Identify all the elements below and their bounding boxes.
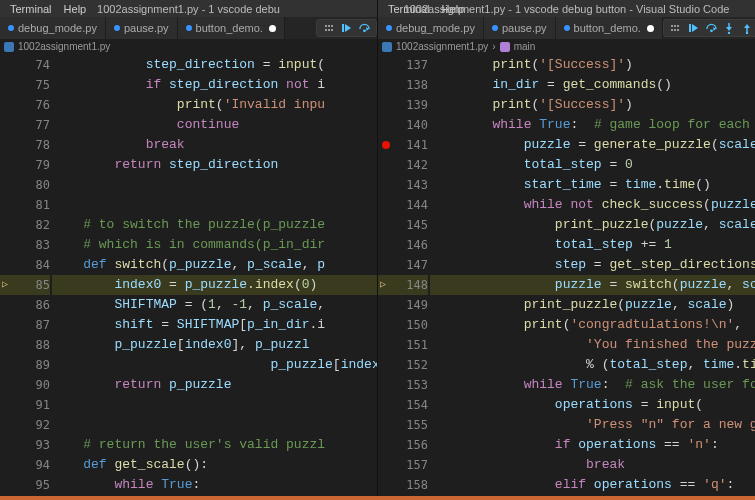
svg-point-14 — [674, 29, 676, 31]
svg-point-3 — [325, 29, 327, 31]
svg-point-13 — [671, 29, 673, 31]
tab-label: debug_mode.py — [18, 22, 97, 34]
chevron-right-icon: › — [492, 41, 495, 52]
gutter: 7475767778798081828384858687888990919293… — [16, 55, 52, 500]
editor-right[interactable]: ▷ 13713813914014114214314414514614714814… — [378, 55, 755, 500]
left-pane: Terminal Help 1002assignment1.py - 1 vsc… — [0, 0, 377, 500]
file-icon — [4, 42, 14, 52]
code-area[interactable]: step_direction = input( if step_directio… — [52, 55, 377, 500]
svg-rect-28 — [500, 42, 510, 52]
step-out-icon[interactable] — [742, 23, 753, 34]
svg-point-19 — [710, 29, 713, 32]
status-bar[interactable] — [0, 496, 755, 500]
svg-marker-7 — [345, 24, 351, 32]
right-pane: Terminal Help 1002assignment1.py - 1 vsc… — [377, 0, 755, 500]
debug-toolbar — [663, 19, 755, 37]
svg-rect-6 — [342, 24, 344, 32]
svg-point-2 — [331, 25, 333, 27]
tab-label: button_demo. — [574, 22, 641, 34]
modified-dot-icon — [492, 25, 498, 31]
svg-marker-24 — [744, 24, 750, 28]
tab-debug-mode[interactable]: debug_mode.py — [378, 17, 484, 39]
unsaved-icon — [647, 25, 654, 32]
tab-label: debug_mode.py — [396, 22, 475, 34]
tabstrip-left: debug_mode.py pause.py button_demo. — [0, 17, 377, 39]
modified-dot-icon — [8, 25, 14, 31]
titlebar-left: 1002assignment1.py - 1 vscode debu — [97, 3, 280, 15]
svg-point-15 — [677, 29, 679, 31]
breadcrumbs-right[interactable]: 1002assignment1.py › main — [378, 39, 755, 55]
modified-dot-icon — [564, 25, 570, 31]
editor-left[interactable]: ▷ 74757677787980818283848586878889909192… — [0, 55, 377, 500]
debug-toolbar — [316, 19, 377, 37]
tab-button-demo[interactable]: button_demo. — [178, 17, 285, 39]
tab-label: button_demo. — [196, 22, 263, 34]
svg-point-10 — [671, 25, 673, 27]
menu-help[interactable]: Help — [58, 3, 93, 15]
step-over-icon[interactable] — [359, 23, 370, 34]
continue-icon[interactable] — [341, 23, 352, 34]
svg-point-12 — [677, 25, 679, 27]
svg-point-0 — [325, 25, 327, 27]
menu-help[interactable]: Help — [436, 3, 471, 15]
svg-point-22 — [728, 31, 730, 33]
breadcrumb-symbol: main — [514, 41, 536, 52]
tab-pause[interactable]: pause.py — [484, 17, 556, 39]
symbol-function-icon — [500, 42, 510, 52]
tab-label: pause.py — [124, 22, 169, 34]
menubar-left: Terminal Help 1002assignment1.py - 1 vsc… — [0, 0, 377, 17]
breadcrumb-file: 1002assignment1.py — [18, 41, 110, 52]
gutter: 1371381391401411421431441451461471481491… — [394, 55, 430, 500]
tab-label: pause.py — [502, 22, 547, 34]
code-area[interactable]: print('[Success]') in_dir = get_commands… — [430, 55, 755, 500]
svg-point-9 — [363, 29, 366, 32]
breadcrumb-file: 1002assignment1.py — [396, 41, 488, 52]
menu-terminal[interactable]: Terminal — [4, 3, 58, 15]
step-over-icon[interactable] — [706, 23, 717, 34]
svg-rect-16 — [689, 24, 691, 32]
menubar-right: Terminal Help 1002assignment1.py - 1 vsc… — [378, 0, 755, 17]
file-icon — [382, 42, 392, 52]
split-view: Terminal Help 1002assignment1.py - 1 vsc… — [0, 0, 755, 500]
grip-icon[interactable] — [323, 23, 334, 34]
tab-pause[interactable]: pause.py — [106, 17, 178, 39]
svg-point-11 — [674, 25, 676, 27]
continue-icon[interactable] — [688, 23, 699, 34]
svg-marker-17 — [692, 24, 698, 32]
tabstrip-right: debug_mode.py pause.py button_demo. — [378, 17, 755, 39]
glyph-margin[interactable]: ▷ — [378, 55, 394, 500]
svg-point-4 — [328, 29, 330, 31]
svg-point-25 — [746, 31, 748, 33]
grip-icon[interactable] — [670, 23, 681, 34]
modified-dot-icon — [114, 25, 120, 31]
svg-point-1 — [328, 25, 330, 27]
svg-point-5 — [331, 29, 333, 31]
svg-marker-21 — [726, 27, 732, 31]
menu-terminal[interactable]: Terminal — [382, 3, 436, 15]
tab-button-demo[interactable]: button_demo. — [556, 17, 663, 39]
modified-dot-icon — [186, 25, 192, 31]
modified-dot-icon — [386, 25, 392, 31]
breadcrumbs-left[interactable]: 1002assignment1.py — [0, 39, 377, 55]
breakpoint-icon[interactable] — [382, 141, 390, 149]
unsaved-icon — [269, 25, 276, 32]
tab-debug-mode[interactable]: debug_mode.py — [0, 17, 106, 39]
step-into-icon[interactable] — [724, 23, 735, 34]
glyph-margin[interactable]: ▷ — [0, 55, 16, 500]
